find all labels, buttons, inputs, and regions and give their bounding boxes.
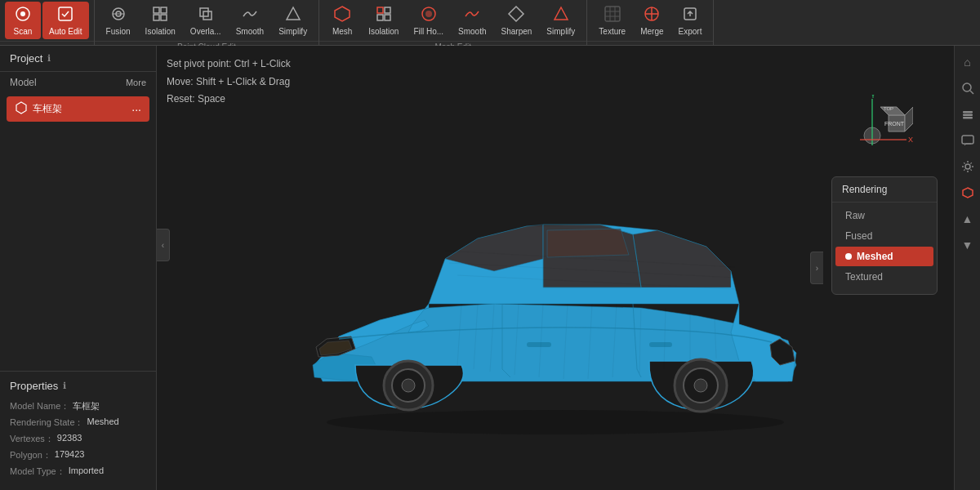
sidebar-message-icon[interactable] xyxy=(958,131,978,150)
prop-key-polygon: Polygon： xyxy=(10,449,51,461)
overlay-icon xyxy=(197,5,215,25)
scan-label: Scan xyxy=(14,27,33,36)
viewport[interactable]: Set pivot point: Ctrl + L-Click Move: Sh… xyxy=(157,46,954,490)
fusion-icon xyxy=(109,5,127,25)
prop-polygon: Polygon： 179423 xyxy=(10,449,146,461)
prop-val-vertexes: 92383 xyxy=(57,433,82,445)
navigation-cube[interactable]: FRONT TOP X Y xyxy=(856,95,913,152)
svg-line-68 xyxy=(970,91,973,94)
toolbar-group-main: Scan Auto Edit xyxy=(0,0,95,45)
simplify-pc-label: Simplify xyxy=(278,27,307,36)
sidebar-active-icon[interactable] xyxy=(958,183,978,203)
mesh-icon xyxy=(333,5,351,25)
svg-rect-22 xyxy=(605,7,620,21)
prop-val-model-name: 车框架 xyxy=(73,400,100,412)
prop-model-type: Model Type： Imported xyxy=(10,466,146,478)
main-area: Project ℹ Model More 车框架 ··· Properties … xyxy=(0,46,980,490)
isolation-button[interactable]: Isolation xyxy=(139,2,182,39)
texture-button[interactable]: Texture xyxy=(592,2,632,39)
fusion-button[interactable]: Fusion xyxy=(100,2,137,39)
simplify-pc-button[interactable]: Simplify xyxy=(272,2,314,39)
svg-text:FRONT: FRONT xyxy=(884,121,905,127)
properties-title: Properties xyxy=(10,380,58,392)
smooth-mesh-icon xyxy=(463,5,481,25)
mesh-button[interactable]: Mesh xyxy=(324,2,360,39)
svg-rect-6 xyxy=(154,7,159,13)
sidebar-arrow-up-icon[interactable]: ▲ xyxy=(958,209,978,229)
scan-icon xyxy=(14,5,32,25)
sharpen-label: Sharpen xyxy=(501,27,532,36)
export-button[interactable]: Export xyxy=(672,2,709,39)
prop-val-polygon: 179423 xyxy=(55,449,85,461)
export-icon xyxy=(681,5,699,25)
svg-rect-14 xyxy=(377,7,383,13)
sidebar-settings-icon[interactable] xyxy=(958,157,978,176)
rendering-panel: Rendering Raw Fused Meshed Textured xyxy=(831,176,938,295)
properties-panel: Properties ℹ Model Name： 车框架 Rendering S… xyxy=(0,371,156,490)
right-sidebar: ⌂ ▲ ▼ xyxy=(954,46,980,490)
sharpen-icon xyxy=(507,5,525,25)
toolbar: Scan Auto Edit Fusion xyxy=(0,0,980,46)
merge-label: Merge xyxy=(640,27,663,36)
merge-button[interactable]: Merge xyxy=(634,2,670,39)
prop-key-model-type: Model Type： xyxy=(10,466,65,478)
project-title: Project ℹ xyxy=(10,52,51,65)
overlay-button[interactable]: Overla... xyxy=(184,2,228,39)
sidebar-zoom-icon[interactable] xyxy=(958,78,978,98)
svg-text:Y: Y xyxy=(871,95,875,100)
more-button[interactable]: More xyxy=(126,78,146,87)
toolbar-group-mesh-edit: Mesh Isolation Fill Ho... Smooth xyxy=(319,0,587,45)
svg-rect-50 xyxy=(527,342,551,347)
svg-rect-51 xyxy=(649,342,672,347)
simplify-mesh-icon xyxy=(552,5,570,25)
project-info-icon: ℹ xyxy=(47,53,51,64)
prop-val-model-type: Imported xyxy=(69,466,104,478)
hint-pivot: Set pivot point: Ctrl + L-Click xyxy=(167,56,291,74)
model-item-car-frame[interactable]: 车框架 ··· xyxy=(7,96,149,122)
overlay-label: Overla... xyxy=(190,27,221,36)
render-meshed-dot xyxy=(845,253,852,260)
collapse-panel-button[interactable]: ‹ xyxy=(157,229,170,261)
svg-point-39 xyxy=(327,410,784,434)
sharpen-button[interactable]: Sharpen xyxy=(495,2,539,39)
sidebar-home-icon[interactable]: ⌂ xyxy=(958,52,978,72)
smooth-mesh-label: Smooth xyxy=(458,27,486,36)
prop-key-rendering-state: Rendering State： xyxy=(10,416,84,429)
render-meshed-label: Meshed xyxy=(857,251,893,262)
svg-point-73 xyxy=(965,164,970,169)
isolation2-button[interactable]: Isolation xyxy=(362,2,405,39)
scan-button[interactable]: Scan xyxy=(5,2,41,39)
simplify-pc-icon xyxy=(284,5,302,25)
svg-point-1 xyxy=(20,11,25,16)
car-model xyxy=(249,128,862,439)
auto-edit-button[interactable]: Auto Edit xyxy=(42,2,89,39)
toolbar-group-export: Texture Merge Export xyxy=(587,0,714,45)
prop-rendering-state: Rendering State： Meshed xyxy=(10,416,146,429)
svg-rect-9 xyxy=(161,15,167,20)
simplify-mesh-label: Simplify xyxy=(546,27,575,36)
toolbar-group-point-cloud: Fusion Isolation Overla... Smooth xyxy=(95,0,320,45)
simplify-mesh-button[interactable]: Simplify xyxy=(540,2,581,39)
svg-point-19 xyxy=(425,11,432,17)
svg-point-45 xyxy=(694,379,707,392)
fill-holes-button[interactable]: Fill Ho... xyxy=(407,2,450,39)
prop-key-model-name: Model Name： xyxy=(10,400,69,412)
sidebar-layers-icon[interactable] xyxy=(958,105,978,124)
svg-rect-15 xyxy=(385,7,390,13)
sidebar-arrow-down-icon[interactable]: ▼ xyxy=(958,235,978,255)
svg-rect-8 xyxy=(154,15,159,20)
texture-label: Texture xyxy=(599,27,626,36)
hint-reset: Reset: Space xyxy=(167,91,291,109)
smooth-mesh-button[interactable]: Smooth xyxy=(452,2,492,39)
model-item-menu[interactable]: ··· xyxy=(131,103,141,116)
collapse-rendering-button[interactable]: › xyxy=(810,252,823,284)
svg-rect-70 xyxy=(963,114,973,117)
render-option-fused[interactable]: Fused xyxy=(835,226,933,246)
render-option-meshed[interactable]: Meshed xyxy=(835,247,933,266)
svg-rect-7 xyxy=(161,7,167,13)
render-option-textured[interactable]: Textured xyxy=(835,267,933,287)
svg-marker-20 xyxy=(509,7,523,21)
model-item-name: 车框架 xyxy=(33,102,62,116)
smooth-pc-button[interactable]: Smooth xyxy=(229,2,270,39)
render-option-raw[interactable]: Raw xyxy=(835,206,933,225)
